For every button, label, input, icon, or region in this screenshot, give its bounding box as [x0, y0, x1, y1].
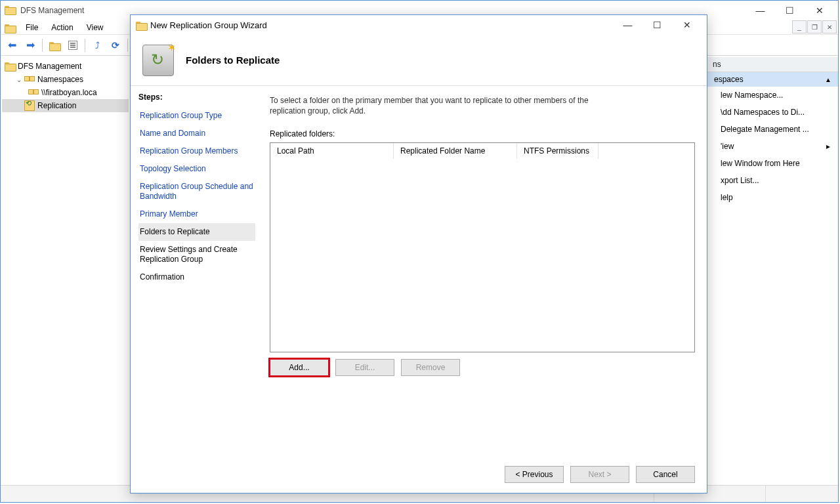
tree-namespaces-label: Namespaces [37, 75, 83, 84]
tree-pane[interactable]: DFS Management ⌄ Namespaces \\firatboyan… [1, 57, 131, 484]
actions-group-namespaces[interactable]: espaces ▲ [707, 72, 838, 87]
wizard-footer: < Previous Next > Cancel [131, 456, 707, 493]
previous-button[interactable]: < Previous [505, 466, 564, 483]
list-buttons: Add... Edit... Remove [270, 359, 695, 376]
refresh-icon [112, 40, 119, 51]
edit-button: Edit... [335, 359, 394, 376]
column-local-path[interactable]: Local Path [270, 143, 394, 159]
tree-namespaces[interactable]: ⌄ Namespaces [2, 73, 129, 86]
step-review-settings: Review Settings and Create Replication G… [138, 241, 255, 268]
action-help[interactable]: lelp [707, 189, 838, 206]
step-replication-group-type[interactable]: Replication Group Type [138, 107, 255, 125]
wizard-minimize-button[interactable]: — [613, 16, 642, 34]
menu-file[interactable]: File [19, 22, 45, 33]
wizard-header: Folders to Replicate [131, 35, 707, 86]
wizard-titlebar[interactable]: New Replication Group Wizard — ☐ ✕ [131, 15, 707, 35]
minimize-button[interactable]: — [746, 1, 775, 20]
toolbar-separator [127, 39, 128, 52]
properties-icon [68, 41, 77, 50]
maximize-button[interactable]: ☐ [775, 1, 805, 20]
tree-replication-label: Replication [37, 101, 76, 110]
cancel-button[interactable]: Cancel [636, 466, 695, 483]
export-icon [95, 40, 100, 51]
replicated-folders-list[interactable]: Local Path Replicated Folder Name NTFS P… [270, 142, 695, 352]
mdi-close-button[interactable]: ✕ [822, 20, 837, 33]
action-view[interactable]: 'iew▸ [707, 138, 838, 155]
tree-replication[interactable]: Replication [2, 99, 129, 112]
wizard-title: New Replication Group Wizard [150, 20, 267, 30]
wizard-header-icon [142, 45, 174, 76]
menu-view[interactable]: View [80, 22, 110, 33]
app-title: DFS Management [20, 6, 84, 15]
actions-header: ns [707, 57, 838, 72]
tree-root-label: DFS Management [18, 62, 81, 71]
namespaces-icon [24, 74, 35, 85]
namespace-server-icon [28, 87, 39, 98]
replication-icon [24, 100, 35, 111]
wizard-body: Steps: Replication Group Type Name and D… [131, 86, 707, 456]
add-button[interactable]: Add... [270, 359, 329, 376]
wizard-dialog: New Replication Group Wizard — ☐ ✕ Folde… [130, 14, 707, 494]
expander-icon[interactable]: ⌄ [15, 76, 23, 83]
dfs-icon [5, 61, 15, 72]
app-icon [5, 5, 16, 16]
step-folders-to-replicate[interactable]: Folders to Replicate [138, 223, 255, 241]
wizard-header-title: Folders to Replicate [186, 54, 280, 66]
wizard-steps-pane: Steps: Replication Group Type Name and D… [131, 86, 263, 456]
menubar-icon [5, 23, 15, 32]
replicated-folders-label: Replicated folders: [270, 129, 695, 138]
tree-root[interactable]: DFS Management [2, 60, 129, 73]
tree-namespace-server-label: \\firatboyan.loca [41, 88, 97, 97]
mdi-restore-button[interactable]: ❐ [807, 20, 822, 33]
action-add-namespaces[interactable]: \dd Namespaces to Di... [707, 104, 838, 121]
steps-label: Steps: [138, 93, 255, 102]
remove-button: Remove [401, 359, 460, 376]
wizard-close-button[interactable]: ✕ [672, 16, 702, 34]
action-new-window[interactable]: lew Window from Here [707, 155, 838, 172]
step-schedule-bandwidth[interactable]: Replication Group Schedule and Bandwidth [138, 178, 255, 205]
action-delegate-management[interactable]: Delegate Management ... [707, 121, 838, 138]
tree-namespace-server[interactable]: \\firatboyan.loca [2, 86, 129, 99]
mdi-minimize-button[interactable]: _ [792, 20, 807, 33]
nav-forward-button[interactable] [22, 37, 39, 54]
actions-group-label: espaces [714, 75, 744, 84]
wizard-content: To select a folder on the primary member… [263, 86, 707, 456]
toolbar-refresh-button[interactable] [107, 37, 124, 54]
nav-back-button[interactable] [3, 37, 20, 54]
close-button[interactable]: ✕ [805, 1, 834, 20]
wizard-description: To select a folder on the primary member… [270, 95, 598, 116]
toolbar-open-button[interactable] [46, 37, 63, 54]
wizard-icon [136, 20, 146, 30]
list-header: Local Path Replicated Folder Name NTFS P… [270, 143, 694, 159]
action-export-list[interactable]: xport List... [707, 172, 838, 189]
arrow-right-icon [26, 39, 35, 51]
actions-pane: ns espaces ▲ lew Namespace... \dd Namesp… [707, 57, 838, 484]
collapse-icon: ▲ [825, 76, 831, 83]
toolbar-export-button[interactable] [89, 37, 106, 54]
wizard-maximize-button[interactable]: ☐ [642, 16, 672, 34]
column-replicated-folder-name[interactable]: Replicated Folder Name [394, 143, 517, 159]
action-new-namespace[interactable]: lew Namespace... [707, 87, 838, 104]
arrow-left-icon [8, 39, 16, 51]
step-topology-selection[interactable]: Topology Selection [138, 160, 255, 178]
menu-action[interactable]: Action [45, 22, 79, 33]
step-confirmation: Confirmation [138, 268, 255, 286]
step-name-and-domain[interactable]: Name and Domain [138, 125, 255, 142]
toolbar-separator [85, 39, 85, 52]
toolbar-separator [42, 39, 43, 52]
toolbar-properties-button[interactable] [64, 37, 81, 54]
folder-icon [49, 41, 60, 50]
step-replication-group-members[interactable]: Replication Group Members [138, 142, 255, 160]
column-ntfs-permissions[interactable]: NTFS Permissions [517, 143, 598, 159]
next-button: Next > [570, 466, 629, 483]
step-primary-member[interactable]: Primary Member [138, 205, 255, 223]
chevron-right-icon: ▸ [826, 142, 830, 151]
